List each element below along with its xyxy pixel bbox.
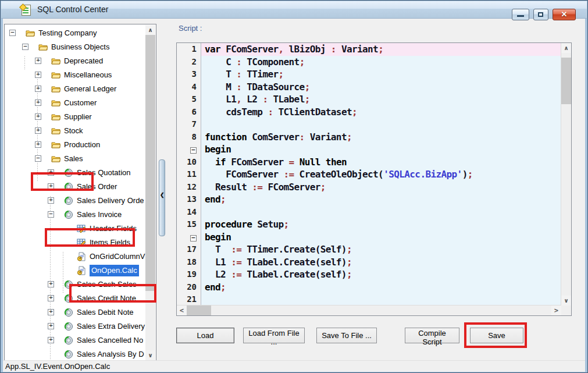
code-line[interactable]: procedure Setup; (201, 218, 561, 231)
tree-item-header-fields[interactable]: Header Fields (5, 222, 156, 236)
tree-item-miscellaneous[interactable]: +Miscellaneous (5, 68, 156, 82)
tree-item-sales-analysis-by-d[interactable]: Sales Analysis By D (5, 347, 156, 361)
scroll-left-icon[interactable]: < (177, 305, 187, 315)
code-line[interactable]: begin (201, 143, 561, 156)
tree-item-deprecated[interactable]: +Deprecated (5, 54, 156, 68)
tree-item-testing-company[interactable]: −Testing Company (5, 26, 156, 40)
editor-hscrollbar[interactable]: < > (177, 305, 561, 315)
status-bar: App.SL_IV.Event.OnOpen.Calc (3, 360, 585, 372)
code-line[interactable]: function ComServer: Variant; (201, 131, 561, 144)
tree-item-onopen-calc[interactable]: OnOpen.Calc (5, 264, 156, 278)
tree-item-sales-credit-note[interactable]: +Sales Credit Note (5, 292, 156, 305)
script-editor[interactable]: 1var FComServer, lBizObj : Variant;2 C :… (176, 42, 572, 316)
maximize-button[interactable] (533, 9, 548, 20)
expand-icon[interactable]: + (48, 183, 54, 190)
load-button[interactable]: Load (176, 328, 234, 343)
editor-vscrollbar[interactable]: ∧ ∨ (561, 43, 571, 305)
scroll-up-icon[interactable]: ∧ (561, 43, 571, 53)
tree-item-sales-quotation[interactable]: +Sales Quotation (5, 166, 156, 180)
expand-icon[interactable]: + (35, 72, 41, 78)
code-line[interactable]: begin (201, 231, 561, 244)
code-line[interactable]: var FComServer, lBizObj : Variant; (201, 43, 561, 56)
code-line[interactable]: T : TTimer; (201, 68, 561, 81)
table-icon (77, 238, 86, 247)
fold-gutter[interactable]: − (177, 143, 201, 156)
code-line[interactable]: if FComServer = Null then (201, 156, 561, 169)
tree-item-sales-cash-sales[interactable]: +Sales Cash Sales (5, 278, 156, 292)
code-line[interactable]: L1 := TLabel.Create(self); (201, 256, 561, 269)
object-tree-panel[interactable]: ∧ ∨ −Testing Company−Business Objects+De… (4, 24, 156, 361)
collapse-icon[interactable]: − (48, 211, 54, 218)
tree-item-stock[interactable]: +Stock (5, 124, 156, 138)
tree-item-sales[interactable]: −Sales (5, 152, 156, 166)
minimize-button[interactable] (512, 9, 529, 20)
code-line[interactable]: T := TTimer.Create(Self); (201, 243, 561, 256)
expand-icon[interactable]: + (48, 197, 54, 204)
code-line[interactable] (201, 206, 561, 219)
code-area[interactable]: 1var FComServer, lBizObj : Variant;2 C :… (177, 43, 561, 305)
tree-item-production[interactable]: +Production (5, 138, 156, 152)
load-from-file-button[interactable]: Load From File ... (243, 328, 305, 343)
tree-item-sales-delivery-orde[interactable]: +Sales Delivery Orde (5, 194, 156, 208)
sql-control-center-window: SQL Control Center ✕ ∧ ∨ −Testing Compan… (0, 0, 588, 373)
editor-line: 13end; (177, 193, 561, 206)
tree-item-supplier[interactable]: +Supplier (5, 110, 156, 124)
code-line[interactable]: end; (201, 281, 561, 294)
expand-icon[interactable]: + (35, 58, 41, 64)
expand-icon[interactable]: + (35, 113, 41, 120)
tree-item-sales-cancelled-no[interactable]: +Sales Cancelled No (5, 333, 156, 347)
code-line[interactable]: Result := FComServer; (201, 181, 561, 194)
expand-icon[interactable]: + (48, 337, 54, 343)
code-line[interactable]: L1, L2 : TLabel; (201, 93, 561, 106)
code-line[interactable] (201, 293, 561, 305)
scroll-down-icon[interactable]: ∨ (561, 296, 571, 305)
editor-line: 14 (177, 206, 561, 219)
fold-gutter[interactable]: − (177, 231, 201, 244)
fold-collapse-icon[interactable]: − (190, 147, 197, 154)
tree-item-ongridcolumnv[interactable]: OnGridColumnV (5, 250, 156, 264)
tree-item-sales-debit-note[interactable]: +Sales Debit Note (5, 305, 156, 319)
code-line[interactable]: end; (201, 193, 561, 206)
code-line[interactable]: L2 := TLabel.Create(self); (201, 268, 561, 281)
scroll-right-icon[interactable]: > (551, 305, 561, 315)
code-line[interactable]: C : TComponent; (201, 56, 561, 69)
code-line[interactable]: FComServer := CreateOleObject('SQLAcc.Bi… (201, 168, 561, 181)
tree-item-customer[interactable]: +Customer (5, 96, 156, 110)
collapse-icon[interactable]: − (9, 30, 16, 36)
compile-script-button[interactable]: Compile Script (405, 328, 459, 343)
line-number: 10 (177, 156, 201, 169)
line-number: 13 (177, 193, 201, 206)
expand-icon[interactable]: + (48, 323, 54, 329)
tree-item-general-ledger[interactable]: +General Ledger (5, 82, 156, 96)
tree-item-items-fields[interactable]: Items Fields (5, 236, 156, 250)
close-button[interactable]: ✕ (553, 9, 576, 20)
save-to-file-button[interactable]: Save To File ... (316, 328, 377, 343)
table-icon (77, 224, 86, 233)
expand-icon[interactable]: + (48, 295, 54, 301)
editor-hscrollbar-thumb[interactable] (187, 305, 211, 315)
editor-line: 12 Result := FComServer; (177, 181, 561, 194)
expand-icon[interactable]: + (48, 169, 54, 176)
collapse-icon[interactable]: − (35, 155, 41, 162)
collapse-icon[interactable]: − (22, 44, 28, 50)
expand-icon[interactable]: + (35, 100, 41, 106)
expand-icon[interactable]: + (48, 309, 54, 315)
editor-vscrollbar-thumb[interactable] (561, 58, 571, 104)
code-line[interactable]: cdsTemp : TClientDataset; (201, 106, 561, 119)
code-line[interactable] (201, 118, 561, 131)
tree-item-sales-invoice[interactable]: −Sales Invoice (5, 208, 156, 222)
save-button[interactable]: Save (470, 328, 523, 343)
expand-icon[interactable]: + (48, 281, 54, 287)
tree-item-sales-extra-delivery[interactable]: +Sales Extra Delivery (5, 319, 156, 333)
fold-collapse-icon[interactable]: − (190, 235, 197, 241)
editor-line: 21 (177, 293, 561, 305)
tree-item-sales-order[interactable]: +Sales Order (5, 180, 156, 194)
expand-icon[interactable]: + (35, 127, 41, 134)
panel-splitter[interactable]: ❮ (159, 159, 165, 236)
title-bar[interactable]: SQL Control Center ✕ (1, 1, 587, 19)
code-line[interactable]: M : TDataSource; (201, 81, 561, 94)
tree-item-business-objects[interactable]: −Business Objects (5, 40, 156, 54)
expand-icon[interactable]: + (35, 141, 41, 148)
tree-item-label: Stock (64, 124, 83, 138)
expand-icon[interactable]: + (35, 86, 41, 92)
